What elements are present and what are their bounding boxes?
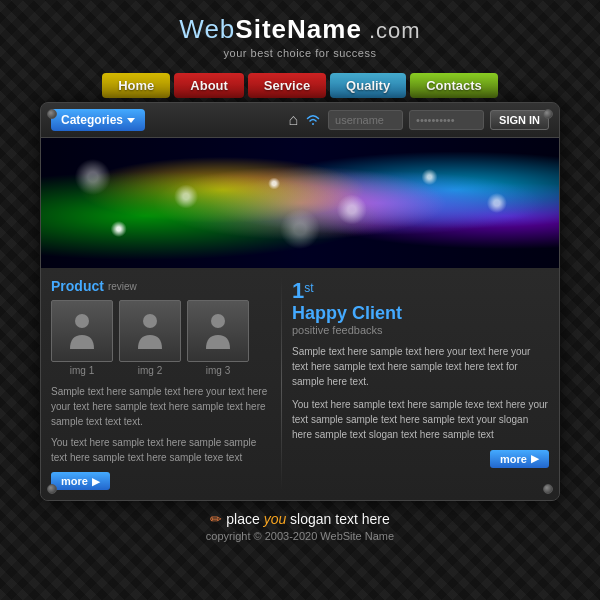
right-more-button[interactable]: more ▶ bbox=[490, 450, 549, 468]
slogan-text: place you slogan text here bbox=[226, 511, 389, 527]
svg-point-2 bbox=[211, 314, 225, 328]
first-badge-row: 1st bbox=[292, 278, 549, 304]
title-web: Web bbox=[179, 14, 235, 44]
img-placeholder-3 bbox=[187, 300, 249, 362]
slogan-line: ✏ place you slogan text here bbox=[206, 511, 394, 527]
nav-contacts[interactable]: Contacts bbox=[410, 73, 498, 98]
left-more-arrow-icon: ▶ bbox=[92, 476, 100, 487]
username-input[interactable] bbox=[328, 110, 403, 130]
svg-point-0 bbox=[75, 314, 89, 328]
left-body-1: Sample text here sample text here your t… bbox=[51, 384, 271, 429]
left-column: Product review img 1 bbox=[51, 278, 271, 490]
product-text: Product bbox=[51, 278, 104, 294]
site-header: WebSiteName .com your best choice for su… bbox=[179, 0, 420, 67]
nav-home[interactable]: Home bbox=[102, 73, 170, 98]
img-placeholder-2 bbox=[119, 300, 181, 362]
toolbar: Categories ⌂ SIGN IN bbox=[41, 103, 559, 138]
categories-button[interactable]: Categories bbox=[51, 109, 145, 131]
slogan-prefix: place bbox=[226, 511, 263, 527]
banner-bokeh bbox=[41, 138, 559, 268]
bolt-bl bbox=[47, 484, 57, 494]
img-label-2: img 2 bbox=[119, 365, 181, 376]
image-thumb-2[interactable]: img 2 bbox=[119, 300, 181, 376]
bolt-tl bbox=[47, 109, 57, 119]
title-site: SiteName bbox=[235, 14, 362, 44]
right-body-2: You text here sample text here sample te… bbox=[292, 397, 549, 442]
left-body-2: You text here sample text here sample sa… bbox=[51, 435, 271, 465]
nav-quality[interactable]: Quality bbox=[330, 73, 406, 98]
happy-client-title: Happy Client bbox=[292, 304, 549, 324]
first-number: 1 bbox=[292, 278, 304, 303]
bolt-br bbox=[543, 484, 553, 494]
slogan-suffix: slogan text here bbox=[286, 511, 390, 527]
right-more-arrow-icon: ▶ bbox=[531, 453, 539, 464]
right-column: 1st Happy Client positive feedbacks Samp… bbox=[292, 278, 549, 490]
wifi-icon bbox=[304, 112, 322, 129]
main-panel: Categories ⌂ SIGN IN Produc bbox=[40, 102, 560, 501]
image-thumb-3[interactable]: img 3 bbox=[187, 300, 249, 376]
signin-button[interactable]: SIGN IN bbox=[490, 110, 549, 130]
positive-feedback-subtitle: positive feedbacks bbox=[292, 324, 549, 336]
left-more-button[interactable]: more ▶ bbox=[51, 472, 110, 490]
title-com: .com bbox=[362, 18, 421, 43]
svg-point-1 bbox=[143, 314, 157, 328]
home-icon[interactable]: ⌂ bbox=[288, 111, 298, 129]
copyright-text: copyright © 2003-2020 WebSite Name bbox=[206, 530, 394, 542]
img-placeholder-1 bbox=[51, 300, 113, 362]
site-tagline: your best choice for success bbox=[179, 47, 420, 59]
img-label-3: img 3 bbox=[187, 365, 249, 376]
nav-service[interactable]: Service bbox=[248, 73, 326, 98]
image-thumb-1[interactable]: img 1 bbox=[51, 300, 113, 376]
content-area: Product review img 1 bbox=[41, 268, 559, 500]
product-label-row: Product review bbox=[51, 278, 271, 294]
review-text: review bbox=[108, 281, 137, 292]
password-input[interactable] bbox=[409, 110, 484, 130]
image-row: img 1 img 2 bbox=[51, 300, 271, 376]
slogan-you: you bbox=[264, 511, 287, 527]
categories-arrow-icon bbox=[127, 118, 135, 123]
column-divider bbox=[281, 278, 282, 490]
banner bbox=[41, 138, 559, 268]
nav-bar: Home About Service Quality Contacts bbox=[102, 73, 498, 98]
bolt-tr bbox=[543, 109, 553, 119]
toolbar-icons: ⌂ SIGN IN bbox=[288, 110, 549, 130]
right-body-1: Sample text here sample text here your t… bbox=[292, 344, 549, 389]
site-title: WebSiteName .com bbox=[179, 14, 420, 45]
categories-label: Categories bbox=[61, 113, 123, 127]
right-more-label: more bbox=[500, 453, 527, 465]
first-super: st bbox=[304, 281, 313, 295]
footer: ✏ place you slogan text here copyright ©… bbox=[206, 501, 394, 548]
img-label-1: img 1 bbox=[51, 365, 113, 376]
pencil-icon: ✏ bbox=[210, 511, 222, 527]
nav-about[interactable]: About bbox=[174, 73, 244, 98]
left-more-label: more bbox=[61, 475, 88, 487]
